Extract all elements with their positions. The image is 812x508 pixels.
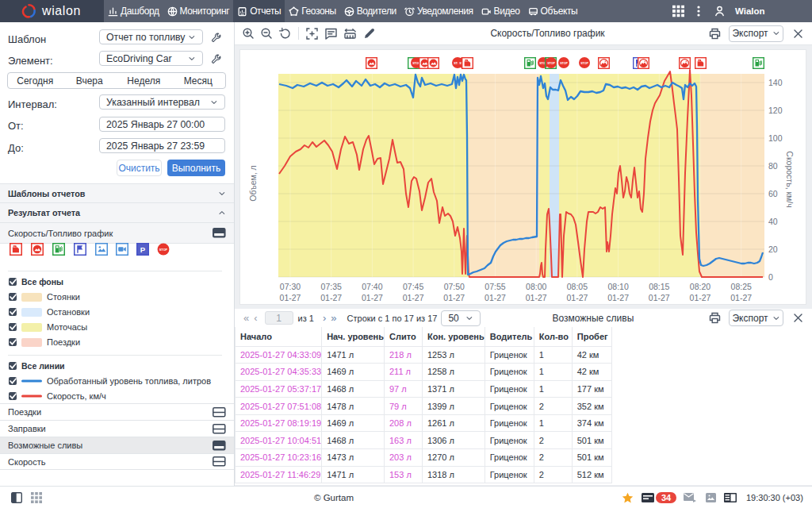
svg-text:01-27: 01-27 — [362, 293, 383, 302]
svg-text:08:25: 08:25 — [731, 282, 752, 291]
svg-text:01-27: 01-27 — [566, 293, 588, 302]
svg-text:60: 60 — [768, 189, 778, 198]
svg-text:Скорость, км/ч: Скорость, км/ч — [785, 151, 795, 207]
svg-text:01-27: 01-27 — [607, 293, 629, 302]
svg-text:07:55: 07:55 — [485, 282, 505, 291]
svg-text:08:10: 08:10 — [607, 282, 628, 291]
svg-text:01-27: 01-27 — [730, 293, 752, 302]
svg-text:Объем, л: Объем, л — [248, 165, 258, 201]
svg-text:100: 100 — [768, 133, 783, 143]
svg-text:120: 120 — [768, 106, 783, 115]
svg-text:140: 140 — [768, 78, 783, 87]
svg-text:80: 80 — [768, 161, 778, 171]
svg-text:01-27: 01-27 — [649, 293, 670, 302]
svg-text:08:05: 08:05 — [567, 282, 588, 291]
svg-text:01-27: 01-27 — [690, 293, 711, 302]
svg-text:08:00: 08:00 — [526, 282, 546, 291]
svg-text:07:45: 07:45 — [403, 282, 423, 291]
svg-text:01-27: 01-27 — [403, 293, 424, 302]
svg-text:40: 40 — [768, 217, 778, 226]
svg-text:01-27: 01-27 — [443, 293, 465, 302]
svg-text:20: 20 — [768, 244, 778, 254]
svg-text:01-27: 01-27 — [280, 293, 301, 302]
svg-text:01-27: 01-27 — [526, 293, 547, 302]
svg-text:01-27: 01-27 — [320, 293, 342, 302]
svg-text:07:50: 07:50 — [444, 282, 465, 291]
svg-text:0: 0 — [768, 272, 773, 282]
svg-text:07:40: 07:40 — [362, 282, 382, 291]
svg-text:07:35: 07:35 — [321, 282, 342, 291]
svg-text:07:30: 07:30 — [280, 282, 301, 291]
svg-text:01-27: 01-27 — [485, 293, 506, 302]
svg-text:08:15: 08:15 — [649, 282, 669, 291]
svg-text:08:20: 08:20 — [690, 282, 710, 291]
